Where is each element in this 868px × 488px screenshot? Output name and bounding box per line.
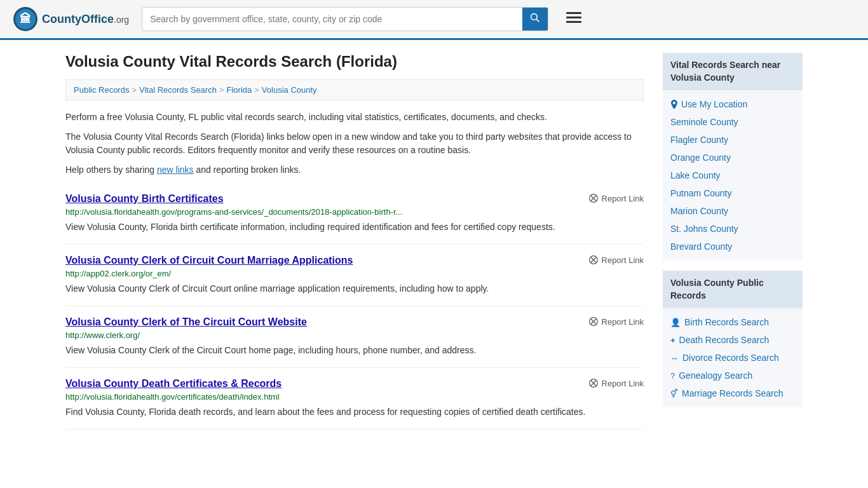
sidebar-lake-county[interactable]: Lake County: [670, 166, 795, 184]
report-icon-4: [588, 378, 599, 388]
sidebar-brevard-county[interactable]: Brevard County: [670, 238, 795, 255]
logo-text: CountyOffice.org: [42, 13, 129, 25]
new-links-link[interactable]: new links: [157, 165, 194, 175]
result-url-4: http://volusia.floridahealth.gov/certifi…: [65, 392, 644, 402]
sidebar-divorce-records[interactable]: ↔ Divorce Records Search: [670, 349, 795, 367]
description-3-suffix: and reporting broken links.: [194, 165, 301, 175]
report-icon-3: [588, 316, 599, 327]
report-link-1[interactable]: Report Link: [588, 193, 644, 203]
sidebar-nearby-section: Vital Records Search near Volusia County…: [663, 53, 803, 261]
logo[interactable]: 🏛 CountyOffice.org: [13, 6, 129, 32]
page-title: Volusia County Vital Records Search (Flo…: [65, 53, 644, 71]
gender-icon: ⚥: [670, 389, 678, 398]
result-title-2[interactable]: Volusia County Clerk of Circuit Court Ma…: [65, 255, 353, 266]
description-1: Perform a free Volusia County, FL public…: [65, 111, 644, 124]
result-header-1: Volusia County Birth Certificates Report…: [65, 193, 644, 207]
report-icon-2: [588, 255, 599, 265]
sidebar-seminole-county[interactable]: Seminole County: [670, 113, 795, 131]
search-icon: [530, 13, 540, 23]
svg-rect-5: [566, 12, 581, 14]
person-icon: 👤: [670, 318, 681, 327]
sidebar-putnam-county[interactable]: Putnam County: [670, 184, 795, 202]
svg-line-4: [537, 19, 539, 22]
sidebar-marriage-records[interactable]: ⚥ Marriage Records Search: [670, 384, 795, 402]
result-url-3: http://www.clerk.org/: [65, 330, 644, 340]
description-2: The Volusia County Vital Records Search …: [65, 130, 644, 157]
search-button[interactable]: [522, 8, 548, 30]
description-3: Help others by sharing new links and rep…: [65, 163, 644, 177]
main-content: Volusia County Vital Records Search (Flo…: [65, 53, 644, 430]
header: 🏛 CountyOffice.org: [0, 0, 868, 40]
svg-point-3: [531, 14, 538, 20]
result-desc-1: View Volusia County, Florida birth certi…: [65, 220, 644, 234]
cross-icon: +: [670, 336, 675, 345]
result-item-2: Volusia County Clerk of Circuit Court Ma…: [65, 245, 644, 306]
logo-icon: 🏛: [13, 6, 38, 32]
report-link-3[interactable]: Report Link: [588, 316, 644, 327]
breadcrumb-sep-3: >: [254, 85, 259, 95]
main-wrapper: Volusia County Vital Records Search (Flo…: [53, 40, 815, 442]
report-icon-1: [588, 193, 599, 203]
sidebar-marion-county[interactable]: Marion County: [670, 202, 795, 220]
svg-rect-6: [566, 17, 581, 18]
breadcrumb-volusia[interactable]: Volusia County: [262, 85, 317, 95]
result-item-4: Volusia County Death Certificates & Reco…: [65, 368, 644, 430]
hamburger-icon: [566, 12, 581, 24]
result-item-3: Volusia County Clerk of The Circuit Cour…: [65, 306, 644, 368]
result-desc-3: View Volusia County Clerk of the Circuit…: [65, 344, 644, 357]
result-item-1: Volusia County Birth Certificates Report…: [65, 183, 644, 245]
result-url-1: http://volusia.floridahealth.gov/program…: [65, 207, 644, 217]
sidebar-genealogy-search[interactable]: ? Genealogy Search: [670, 367, 795, 384]
svg-marker-21: [672, 105, 677, 109]
breadcrumb-public-records[interactable]: Public Records: [74, 85, 129, 95]
sidebar: Vital Records Search near Volusia County…: [663, 53, 803, 430]
description-3-prefix: Help others by sharing: [65, 165, 157, 175]
breadcrumb-florida[interactable]: Florida: [227, 85, 252, 95]
sidebar-public-records-body: 👤 Birth Records Search + Death Records S…: [663, 308, 803, 407]
svg-rect-7: [566, 21, 581, 23]
sidebar-birth-records[interactable]: 👤 Birth Records Search: [670, 313, 795, 331]
result-desc-4: Find Volusia County, Florida death recor…: [65, 405, 644, 419]
report-link-2[interactable]: Report Link: [588, 255, 644, 265]
sidebar-st-johns-county[interactable]: St. Johns County: [670, 220, 795, 238]
breadcrumb-sep-1: >: [132, 85, 137, 95]
hamburger-menu-button[interactable]: [561, 8, 587, 30]
sidebar-nearby-header: Vital Records Search near Volusia County: [663, 53, 803, 90]
result-title-4[interactable]: Volusia County Death Certificates & Reco…: [65, 378, 281, 390]
sidebar-death-records[interactable]: + Death Records Search: [670, 331, 795, 349]
result-header-3: Volusia County Clerk of The Circuit Cour…: [65, 316, 644, 330]
search-bar: [142, 7, 548, 31]
result-desc-2: View Volusia County Clerk of Circuit Cou…: [65, 282, 644, 295]
result-title-1[interactable]: Volusia County Birth Certificates: [65, 193, 224, 205]
result-header-2: Volusia County Clerk of Circuit Court Ma…: [65, 255, 644, 269]
sidebar-public-records-header: Volusia County Public Records: [663, 271, 803, 308]
sidebar-nearby-body: Use My Location Seminole County Flagler …: [663, 90, 803, 261]
result-title-3[interactable]: Volusia County Clerk of The Circuit Cour…: [65, 316, 307, 328]
result-header-4: Volusia County Death Certificates & Reco…: [65, 378, 644, 392]
breadcrumb: Public Records > Vital Records Search > …: [65, 79, 644, 100]
result-url-2: http://app02.clerk.org/or_em/: [65, 269, 644, 278]
svg-point-22: [673, 102, 675, 104]
breadcrumb-vital-records[interactable]: Vital Records Search: [139, 85, 217, 95]
question-icon: ?: [670, 371, 675, 381]
results-list: Volusia County Birth Certificates Report…: [65, 183, 644, 430]
use-my-location-link[interactable]: Use My Location: [670, 95, 795, 113]
report-link-4[interactable]: Report Link: [588, 378, 644, 388]
sidebar-public-records-section: Volusia County Public Records 👤 Birth Re…: [663, 271, 803, 407]
arrows-icon: ↔: [670, 353, 679, 363]
search-input[interactable]: [142, 9, 522, 29]
sidebar-flagler-county[interactable]: Flagler County: [670, 131, 795, 149]
svg-text:🏛: 🏛: [20, 12, 31, 25]
sidebar-orange-county[interactable]: Orange County: [670, 149, 795, 166]
breadcrumb-sep-2: >: [219, 85, 224, 95]
location-pin-icon: [670, 99, 678, 109]
